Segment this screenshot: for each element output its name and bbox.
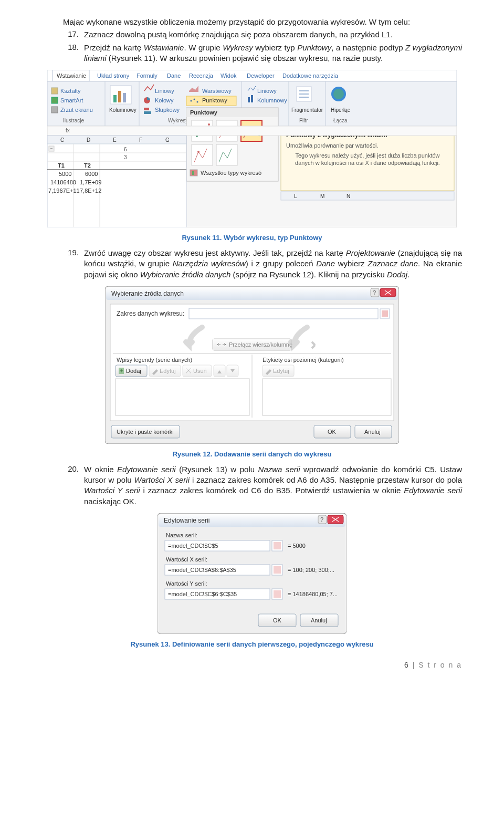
list-item-18: 18. Przejdź na kartę Wstawianie. W grupi…	[42, 43, 462, 64]
list-item-20: 20. W oknie Edytowanie serii (Rysunek 13…	[42, 464, 462, 507]
svg-rect-74	[216, 144, 237, 165]
svg-rect-170	[274, 590, 281, 598]
svg-text:Kolumnowy: Kolumnowy	[257, 97, 287, 103]
svg-rect-31	[144, 108, 149, 110]
svg-rect-12	[51, 88, 58, 94]
svg-text:Wstawianie: Wstawianie	[57, 72, 86, 79]
list-item-19: 19. Zwróć uwagę czy obszar wykresu jest …	[42, 248, 462, 280]
svg-text:Liniowy: Liniowy	[257, 88, 277, 94]
svg-text:6: 6	[124, 147, 127, 152]
svg-text:?: ?	[373, 289, 376, 296]
svg-text:Dane: Dane	[167, 72, 181, 79]
svg-text:C: C	[60, 137, 64, 143]
svg-text:E: E	[113, 137, 117, 143]
svg-text:=model_CDC!$C$6:$C$35: =model_CDC!$C$6:$C$35	[168, 591, 237, 597]
svg-rect-44	[251, 95, 253, 102]
svg-text:6000: 6000	[85, 171, 98, 177]
svg-text:Ilustracje: Ilustracje	[63, 118, 84, 123]
svg-rect-72	[192, 144, 213, 165]
svg-text:Łącza: Łącza	[333, 118, 348, 123]
svg-rect-140	[262, 379, 391, 415]
svg-rect-158	[274, 542, 281, 549]
svg-rect-82	[47, 126, 457, 136]
svg-text:Anuluj: Anuluj	[364, 429, 381, 435]
svg-rect-164	[274, 566, 281, 574]
svg-text:Liniowy: Liniowy	[155, 88, 174, 94]
svg-rect-23	[113, 95, 117, 102]
svg-text:fx: fx	[66, 128, 70, 133]
item-number: 19.	[42, 248, 84, 280]
svg-text:Warstwowy: Warstwowy	[202, 88, 232, 94]
svg-text:Widok: Widok	[220, 72, 237, 79]
svg-text:Formuły: Formuły	[136, 72, 158, 79]
svg-point-66	[208, 123, 210, 126]
svg-text:Deweloper: Deweloper	[247, 72, 275, 79]
caption-13: Rysunek 13. Definiowanie serii danych pi…	[42, 640, 462, 648]
svg-text:OK: OK	[273, 617, 282, 623]
svg-text:Kształty: Kształty	[60, 88, 81, 94]
svg-text:Wartości Y serii:: Wartości Y serii:	[166, 580, 207, 587]
svg-point-73	[197, 151, 200, 153]
svg-rect-122	[382, 310, 388, 317]
svg-text:Umożliwia porównanie par warto: Umożliwia porównanie par wartości.	[286, 142, 378, 149]
svg-text:Wybieranie źródła danych: Wybieranie źródła danych	[111, 290, 184, 297]
svg-rect-25	[123, 93, 126, 102]
svg-text:L: L	[294, 193, 297, 199]
svg-rect-120	[189, 308, 378, 319]
svg-text:Wykresy: Wykresy	[168, 118, 188, 123]
svg-text:Wpisy legendy (serie danych): Wpisy legendy (serie danych)	[117, 357, 192, 363]
svg-text:Recenzja: Recenzja	[189, 72, 214, 79]
svg-text:Edytuj: Edytuj	[160, 368, 176, 374]
svg-text:OK: OK	[328, 429, 337, 435]
item-content: Zwróć uwagę czy obszar wykresu jest akty…	[84, 248, 462, 280]
intro-paragraph: Mając wykonane wszystkie obliczenia może…	[42, 17, 462, 27]
svg-text:Filtr: Filtr	[299, 118, 308, 123]
item-content: Przejdź na kartę Wstawianie. W grupie Wy…	[84, 43, 462, 64]
svg-rect-139	[116, 379, 249, 415]
svg-rect-16	[51, 107, 58, 113]
svg-text:T2: T2	[84, 162, 91, 169]
figure-12: Wybieranie źródła danych ? Zakres danych…	[42, 286, 462, 444]
item-content: Zaznacz dowolną pustą komórkę znajdująca…	[84, 29, 462, 40]
item-number: 20.	[42, 464, 84, 507]
item-number: 18.	[42, 43, 84, 64]
svg-text:Zakres danych wykresu:: Zakres danych wykresu:	[117, 310, 184, 317]
item-number: 17.	[42, 29, 84, 40]
svg-text:Wartości X serii:: Wartości X serii:	[166, 556, 207, 563]
svg-text:Usuń: Usuń	[193, 368, 207, 374]
figure-11: Wstawianie Układ strony Formuły Dane Rec…	[42, 70, 462, 227]
svg-text:Kołowy: Kołowy	[155, 97, 174, 103]
svg-text:Układ strony: Układ strony	[97, 72, 130, 79]
svg-text:= 14186480,05; 7...: = 14186480,05; 7...	[288, 591, 338, 597]
svg-text:14186480: 14186480	[50, 179, 76, 185]
svg-text:T1: T1	[58, 162, 65, 169]
svg-text:Fragmentator: Fragmentator	[291, 107, 323, 113]
svg-text:M: M	[320, 193, 324, 199]
caption-11: Rysunek 11. Wybór wykresu, typ Punktowy	[42, 234, 462, 242]
svg-text:SmartArt: SmartArt	[60, 97, 83, 103]
svg-text:=model_CDC!$A$6:$A$35: =model_CDC!$A$6:$A$35	[168, 567, 236, 573]
svg-text:Edytowanie serii: Edytowanie serii	[164, 517, 209, 524]
svg-text:G: G	[165, 137, 170, 143]
svg-text:7,1967E+11: 7,1967E+11	[48, 188, 80, 194]
svg-text:Wszystkie typy wykresó: Wszystkie typy wykresó	[201, 170, 261, 176]
svg-text:Anuluj: Anuluj	[311, 617, 327, 623]
caption-12: Rysunek 12. Dodawanie serii danych do wy…	[42, 450, 462, 458]
svg-text:Zrzut ekranu: Zrzut ekranu	[60, 107, 93, 113]
svg-text:N: N	[346, 193, 350, 199]
svg-text:Kolumnowy: Kolumnowy	[109, 107, 136, 113]
svg-text:Edytuj: Edytuj	[273, 368, 289, 374]
svg-text:Dodaj: Dodaj	[126, 368, 141, 374]
svg-rect-76	[192, 171, 194, 175]
svg-text:Nazwa serii:: Nazwa serii:	[166, 532, 197, 538]
svg-point-37	[194, 99, 195, 100]
svg-text:=model_CDC!$C$5: =model_CDC!$C$5	[168, 543, 218, 549]
svg-rect-90	[281, 192, 454, 200]
svg-text:7,8E+12: 7,8E+12	[80, 188, 101, 194]
svg-text:= 5000: = 5000	[288, 543, 306, 549]
svg-point-36	[191, 100, 192, 102]
svg-text:D: D	[87, 137, 90, 143]
list-item-17: 17. Zaznacz dowolną pustą komórkę znajdu…	[42, 29, 462, 40]
svg-text:?: ?	[320, 516, 323, 523]
figure-13: Edytowanie serii ? Nazwa serii: =model_C…	[42, 513, 462, 634]
